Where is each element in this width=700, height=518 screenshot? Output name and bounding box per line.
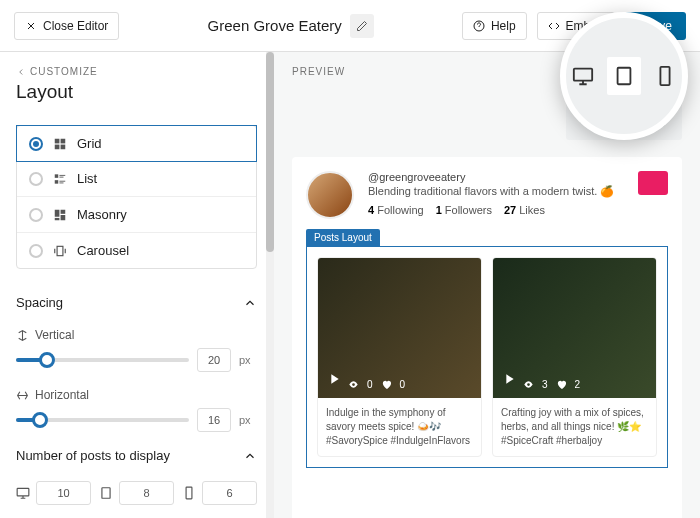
- radio-icon: [29, 244, 43, 258]
- posts-feed: 0 0 Indulge in the symphony of savory me…: [306, 246, 668, 468]
- chevron-left-icon: [16, 67, 26, 77]
- scrollbar[interactable]: [266, 52, 274, 518]
- spacing-title: Spacing: [16, 295, 63, 310]
- profile-stats: 4 Following 1 Followers 27 Likes: [368, 204, 624, 216]
- svg-rect-13: [55, 217, 60, 219]
- radio-icon: [29, 172, 43, 186]
- close-editor-label: Close Editor: [43, 19, 108, 33]
- svg-rect-10: [59, 182, 63, 183]
- post-card[interactable]: 3 2 Crafting joy with a mix of spices, h…: [492, 257, 657, 457]
- svg-rect-1: [55, 138, 60, 143]
- list-icon: [53, 172, 67, 186]
- spacing-section-toggle[interactable]: Spacing: [16, 295, 257, 310]
- device-tablet-zoom[interactable]: [607, 57, 642, 95]
- layout-option-grid[interactable]: Grid: [16, 125, 257, 162]
- tablet-icon: [613, 65, 635, 87]
- posts-tablet: 8: [99, 481, 174, 505]
- desktop-icon: [572, 65, 594, 87]
- close-icon: [25, 20, 37, 32]
- svg-rect-5: [55, 174, 59, 178]
- vertical-value-input[interactable]: 20: [197, 348, 231, 372]
- layout-options: Grid List Masonry Carousel: [16, 125, 257, 269]
- heart-icon: [556, 379, 567, 390]
- tablet-icon: [99, 486, 113, 500]
- masonry-icon: [53, 208, 67, 222]
- vertical-spacing-icon: [16, 329, 29, 342]
- chevron-up-icon: [243, 296, 257, 310]
- layout-option-label: Carousel: [77, 243, 129, 258]
- posts-count-title: Number of posts to display: [16, 448, 170, 463]
- svg-rect-8: [55, 180, 59, 184]
- posts-tablet-input[interactable]: 8: [119, 481, 174, 505]
- post-caption: Indulge in the symphony of savory meets …: [318, 398, 481, 456]
- chevron-up-icon: [243, 449, 257, 463]
- mobile-icon: [654, 65, 676, 87]
- help-button[interactable]: Help: [462, 12, 527, 40]
- layout-option-carousel[interactable]: Carousel: [17, 233, 256, 268]
- horizontal-value-input[interactable]: 16: [197, 408, 231, 432]
- svg-rect-9: [59, 180, 65, 181]
- layout-option-label: Masonry: [77, 207, 127, 222]
- posts-desktop-input[interactable]: 10: [36, 481, 91, 505]
- vertical-slider[interactable]: [16, 358, 189, 362]
- svg-rect-11: [55, 209, 60, 216]
- eye-icon: [348, 379, 359, 390]
- profile-bio: Blending traditional flavors with a mode…: [368, 185, 624, 198]
- radio-icon: [29, 208, 43, 222]
- vertical-unit: px: [239, 354, 257, 366]
- grid-icon: [53, 137, 67, 151]
- horizontal-unit: px: [239, 414, 257, 426]
- svg-rect-3: [55, 144, 60, 149]
- play-icon: [326, 371, 342, 390]
- layout-option-masonry[interactable]: Masonry: [17, 197, 256, 233]
- svg-rect-2: [61, 138, 66, 143]
- avatar: [306, 171, 354, 219]
- svg-rect-12: [61, 209, 66, 213]
- breadcrumb-label: CUSTOMIZE: [30, 66, 98, 77]
- breadcrumb[interactable]: CUSTOMIZE: [16, 66, 257, 77]
- pencil-icon: [356, 20, 368, 32]
- svg-rect-14: [61, 215, 66, 220]
- mobile-icon: [182, 486, 196, 500]
- help-icon: [473, 20, 485, 32]
- sidebar: CUSTOMIZE Layout Grid List Masonry: [0, 52, 274, 518]
- svg-rect-16: [17, 488, 29, 496]
- play-icon: [501, 371, 517, 390]
- layout-option-label: List: [77, 171, 97, 186]
- radio-icon: [29, 137, 43, 151]
- edit-title-button[interactable]: [350, 14, 374, 38]
- page-title: Green Grove Eatery: [208, 17, 342, 34]
- svg-rect-4: [61, 144, 66, 149]
- device-desktop-zoom[interactable]: [566, 57, 601, 95]
- profile-handle: @greengroveeatery: [368, 171, 624, 183]
- posts-count-section-toggle[interactable]: Number of posts to display: [16, 448, 257, 463]
- sidebar-heading: Layout: [16, 81, 257, 103]
- eye-icon: [523, 379, 534, 390]
- heart-icon: [381, 379, 392, 390]
- post-card[interactable]: 0 0 Indulge in the symphony of savory me…: [317, 257, 482, 457]
- layout-option-list[interactable]: List: [17, 161, 256, 197]
- post-image: 0 0: [318, 258, 481, 398]
- close-editor-button[interactable]: Close Editor: [14, 12, 119, 40]
- posts-mobile: 6: [182, 481, 257, 505]
- horizontal-slider[interactable]: [16, 418, 189, 422]
- horizontal-spacing-icon: [16, 389, 29, 402]
- carousel-icon: [53, 244, 67, 258]
- post-image: 3 2: [493, 258, 656, 398]
- horizontal-label: Horizontal: [35, 388, 89, 402]
- magnifier-overlay: [560, 12, 688, 140]
- posts-mobile-input[interactable]: 6: [202, 481, 257, 505]
- svg-rect-7: [59, 176, 63, 177]
- code-icon: [548, 20, 560, 32]
- preview-canvas: @greengroveeatery Blending traditional f…: [292, 157, 682, 518]
- follow-button[interactable]: [638, 171, 668, 195]
- desktop-icon: [16, 486, 30, 500]
- help-label: Help: [491, 19, 516, 33]
- vertical-label: Vertical: [35, 328, 74, 342]
- svg-rect-22: [574, 69, 592, 81]
- layout-option-label: Grid: [77, 136, 102, 151]
- layout-badge: Posts Layout: [306, 229, 380, 246]
- svg-rect-6: [59, 174, 65, 175]
- posts-desktop: 10: [16, 481, 91, 505]
- device-mobile-zoom[interactable]: [647, 57, 682, 95]
